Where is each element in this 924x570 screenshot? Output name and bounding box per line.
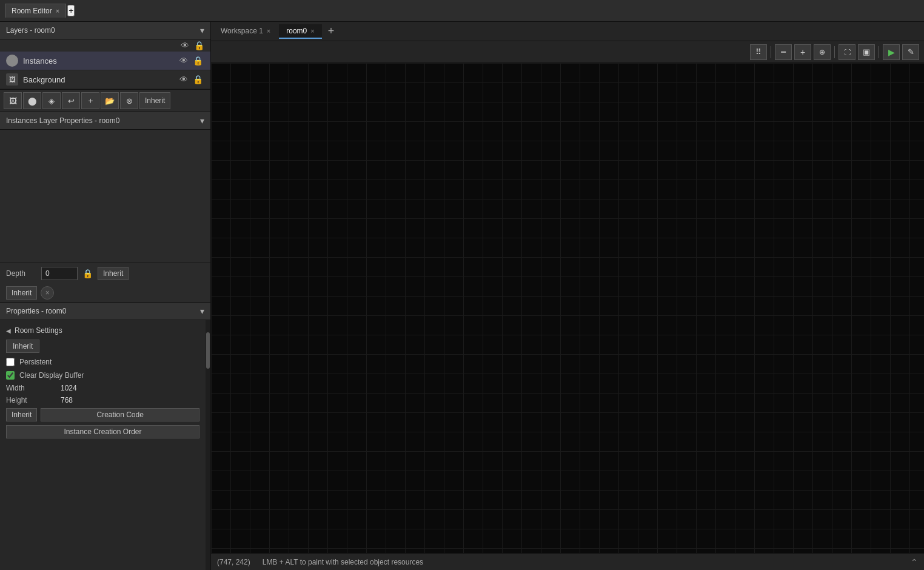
persistent-checkbox[interactable] xyxy=(6,358,15,366)
instances-props-header: Instances Layer Properties - room0 ▾ xyxy=(0,112,210,130)
layers-list: Instances 👁 🔒 🖼 Background 👁 🔒 xyxy=(0,52,210,89)
room0-close[interactable]: × xyxy=(310,27,314,35)
layer-instances-row[interactable]: Instances 👁 🔒 xyxy=(0,52,210,70)
properties-title: Properties - room0 xyxy=(6,307,66,315)
coords-display: (747, 242) xyxy=(217,558,250,566)
props-scrollbar-thumb xyxy=(206,332,210,369)
creation-code-btn[interactable]: Creation Code xyxy=(41,408,199,421)
background-layer-actions: 👁 🔒 xyxy=(178,75,204,84)
add-workspace-tab-btn[interactable]: + xyxy=(323,25,340,38)
layers-title: Layers - room0 xyxy=(6,26,55,35)
room-inherit-row: Inherit xyxy=(6,337,199,355)
toolbar-inherit-btn[interactable]: Inherit xyxy=(139,92,170,109)
room-settings-label: Room Settings xyxy=(15,326,62,335)
clear-display-buffer-label: Clear Display Buffer xyxy=(19,371,84,380)
folder-tool-btn[interactable]: 📂 xyxy=(101,92,119,109)
width-value: 1024 xyxy=(61,384,77,392)
inherit-x-row: Inherit × xyxy=(0,284,210,303)
instances-props-chevron[interactable]: ▾ xyxy=(200,116,204,126)
background-layer-name: Background xyxy=(23,75,173,84)
layers-header: Layers - room0 ▾ xyxy=(0,22,210,39)
circle-tool-btn[interactable]: ⬤ xyxy=(23,92,41,109)
layers-chevron[interactable]: ▾ xyxy=(200,25,204,35)
remove-tool-btn[interactable]: ⊗ xyxy=(120,92,138,109)
instances-visibility-btn[interactable]: 👁 xyxy=(178,56,189,65)
width-row: Width 1024 xyxy=(6,382,199,394)
room-inherit-btn[interactable]: Inherit xyxy=(6,340,39,353)
height-value: 768 xyxy=(61,396,73,404)
room-properties: ◀ Room Settings Inherit Persistent xyxy=(0,320,206,570)
x-circle-btn[interactable]: × xyxy=(41,286,54,300)
zoom-out-btn[interactable]: − xyxy=(775,44,792,60)
image-tool-btn[interactable]: 🖼 xyxy=(4,92,22,109)
depth-row: Depth 🔒 Inherit xyxy=(0,263,210,284)
status-chevron[interactable]: ⌃ xyxy=(911,557,918,567)
layer-background-row[interactable]: 🖼 Background 👁 🔒 xyxy=(0,70,210,89)
canvas-content xyxy=(211,63,924,553)
grid-display-btn[interactable]: ⠿ xyxy=(750,44,767,60)
creation-inherit-btn[interactable]: Inherit xyxy=(6,408,37,421)
status-left: (747, 242) LMB + ALT to paint with selec… xyxy=(217,558,423,566)
left-panel: Layers - room0 ▾ 👁 🔒 Instances 👁 🔒 🖼 xyxy=(0,22,211,570)
back-tool-btn[interactable]: ↩ xyxy=(62,92,80,109)
instance-creation-order-btn[interactable]: Instance Creation Order xyxy=(6,425,199,438)
depth-input[interactable] xyxy=(41,267,78,280)
persistent-label: Persistent xyxy=(19,358,52,366)
play-btn[interactable]: ▶ xyxy=(883,44,900,60)
room-props-container: ◀ Room Settings Inherit Persistent xyxy=(0,320,210,570)
room-editor-tab[interactable]: Room Editor × xyxy=(5,4,66,18)
width-label: Width xyxy=(6,384,55,392)
depth-inherit-btn[interactable]: Inherit xyxy=(98,267,129,280)
visibility-all-btn[interactable]: 👁 xyxy=(179,41,190,50)
clear-display-buffer-row: Clear Display Buffer xyxy=(6,369,199,382)
instances-layer-actions: 👁 🔒 xyxy=(178,56,204,65)
lock-all-btn[interactable]: 🔒 xyxy=(193,41,206,50)
canvas-area: Workspace 1 × room0 × + ⠿ − + ⊕ ⛶ ▣ ▶ ✎ xyxy=(211,22,924,570)
room0-label: room0 xyxy=(286,27,307,35)
persistent-row: Persistent xyxy=(6,355,199,369)
add-tab-button[interactable]: + xyxy=(67,5,75,16)
inherit-btn-2[interactable]: Inherit xyxy=(6,286,37,300)
clear-display-buffer-checkbox[interactable] xyxy=(6,371,15,380)
layers-top-icons: 👁 🔒 xyxy=(0,39,210,52)
zoom-in-custom-btn[interactable]: + xyxy=(794,44,811,60)
hint-text: LMB + ALT to paint with selected object … xyxy=(263,558,423,566)
instances-props-title: Instances Layer Properties - room0 xyxy=(6,116,119,125)
instances-layer-name: Instances xyxy=(23,56,173,65)
depth-label: Depth xyxy=(6,269,36,278)
zoom-fit-btn[interactable]: ⊕ xyxy=(814,44,831,60)
height-label: Height xyxy=(6,396,55,404)
background-lock-btn[interactable]: 🔒 xyxy=(192,75,204,84)
toolbar-sep-2 xyxy=(834,46,835,58)
view-toggle-btn[interactable]: ▣ xyxy=(858,44,875,60)
diamond-tool-btn[interactable]: ◈ xyxy=(42,92,61,109)
status-bar: (747, 242) LMB + ALT to paint with selec… xyxy=(211,553,924,570)
title-bar: Room Editor × + xyxy=(0,0,924,22)
fullscreen-btn[interactable]: ⛶ xyxy=(839,44,855,60)
properties-header: Properties - room0 ▾ xyxy=(0,303,210,320)
creation-code-row: Inherit Creation Code xyxy=(6,408,199,421)
toolbar-sep-1 xyxy=(771,46,771,58)
room-editor-label: Room Editor xyxy=(12,7,52,15)
depth-lock-icon: 🔒 xyxy=(82,269,93,278)
background-visibility-btn[interactable]: 👁 xyxy=(178,75,189,84)
props-scrollbar[interactable] xyxy=(206,320,210,570)
canvas-grid[interactable] xyxy=(211,63,924,553)
instances-lock-btn[interactable]: 🔒 xyxy=(192,56,204,65)
room-settings-triangle: ◀ xyxy=(6,327,11,334)
props-content: ◀ Room Settings Inherit Persistent xyxy=(0,320,206,444)
properties-chevron[interactable]: ▾ xyxy=(200,306,204,316)
room-settings-header[interactable]: ◀ Room Settings xyxy=(6,324,199,337)
instances-layer-icon xyxy=(6,55,18,67)
canvas-toolbar: ⠿ − + ⊕ ⛶ ▣ ▶ ✎ xyxy=(211,41,924,63)
toolbar-sep-3 xyxy=(879,46,879,58)
workspace-1-close[interactable]: × xyxy=(267,27,270,35)
x-icon: × xyxy=(45,289,50,297)
workspace-1-tab[interactable]: Workspace 1 × xyxy=(213,24,278,39)
main-layout: Layers - room0 ▾ 👁 🔒 Instances 👁 🔒 🖼 xyxy=(0,22,924,570)
add-layer-btn[interactable]: ＋ xyxy=(81,92,99,109)
edit-pen-btn[interactable]: ✎ xyxy=(902,44,919,60)
room-editor-close[interactable]: × xyxy=(56,7,59,15)
layers-header-icons: ▾ xyxy=(200,25,204,35)
room0-tab[interactable]: room0 × xyxy=(279,24,321,39)
